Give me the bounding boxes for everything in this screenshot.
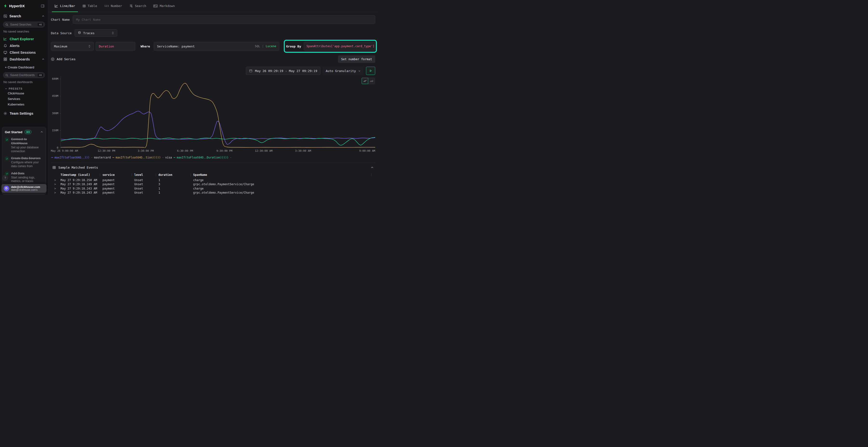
tab-search[interactable]: Search (126, 0, 150, 12)
column-header-service[interactable]: service (102, 173, 130, 176)
granularity-select[interactable]: Auto Granularity (323, 67, 364, 75)
preset-item-kubernetes[interactable]: Kubernetes (0, 102, 48, 107)
where-input[interactable]: ServiceName: payment SQL | Lucene (154, 42, 279, 50)
legend-separator: · (91, 156, 93, 159)
checklist-desc: Set up your database connection (11, 146, 43, 153)
sidebar-section-search[interactable]: Search (0, 9, 48, 19)
sql-toggle[interactable]: SQL (255, 44, 260, 48)
lucene-toggle[interactable]: Lucene (266, 44, 276, 48)
cell-duration: 3 (158, 182, 189, 186)
get-started-header[interactable]: Get Started 3/3 (5, 130, 43, 134)
chart-controls: May 26 09:29:19 - May 27 09:29:19 Auto G… (51, 67, 375, 75)
row-expand-icon[interactable]: > (54, 187, 61, 190)
preset-item-services[interactable]: Services (0, 96, 48, 102)
y-axis-labels: 0150M300M450M600M (51, 76, 61, 148)
y-tick-label: 600M (52, 77, 59, 80)
bar-chart-icon (370, 79, 373, 82)
cell-spanname: charge (193, 178, 370, 182)
get-started-title: Get Started (5, 130, 23, 134)
legend-item[interactable]: —maxIf(toFloat64O..Duration)))))· (174, 156, 232, 159)
logo-row: HyperDX (0, 0, 48, 9)
legend-separator: · (230, 156, 232, 159)
sidebar-collapse-icon[interactable] (41, 4, 44, 8)
kbd-shortcut: ⌘K (37, 23, 43, 27)
app-root: HyperDX Search Saved Searches ⌘K No save… (0, 0, 378, 195)
row-expand-icon[interactable]: > (54, 191, 61, 194)
sidebar-item-alerts[interactable]: Alerts (0, 42, 48, 49)
x-axis-labels: May 26 9:00:00 AM12:30:00 PM3:30:00 PM6:… (61, 149, 375, 153)
collapse-events-icon[interactable] (371, 166, 374, 169)
row-expand-icon[interactable]: > (54, 178, 61, 182)
checklist-item-connect-to-clickhouse[interactable]: Connect to ClickHouseSet up your databas… (5, 137, 43, 153)
date-range-picker[interactable]: May 26 09:29:19 - May 27 09:29:19 (246, 67, 320, 75)
help-button[interactable]: ? (2, 175, 8, 181)
legend-expression: maxIf(toFloat64O..Duration))))) (177, 156, 228, 159)
table-row[interactable]: >May 27 9:29:18.249 AMpaymentUnset3grpc.… (51, 182, 375, 187)
column-header-level[interactable]: level (134, 173, 155, 176)
checklist-item-create-data-sources[interactable]: Create Data SourcesConfigure where your … (5, 156, 43, 168)
table-row[interactable]: >May 27 9:29:18.243 AMpaymentUnset1charg… (51, 186, 375, 191)
create-dashboard-button[interactable]: + Create Dashboard (0, 63, 48, 69)
legend-item[interactable]: —maxIf(toFloat64O..)))·mastercard (51, 156, 111, 159)
row-expand-icon[interactable]: > (54, 182, 61, 186)
bar-chart-toggle[interactable] (368, 78, 375, 84)
chart-name-input[interactable]: My Chart Name (73, 15, 375, 24)
tab-label: Table (88, 4, 97, 8)
column-menu-icon[interactable]: ⋮ (99, 173, 102, 176)
user-menu[interactable]: D dale@clickhouse.com dale@clickhouse.co… (1, 184, 46, 193)
tab-number[interactable]: 123Number (101, 0, 126, 12)
database-icon (78, 31, 81, 35)
cell-service: payment (102, 191, 130, 194)
search-section-title: Search (9, 14, 21, 18)
presets-toggle[interactable]: PRESETS (0, 84, 48, 91)
group-by-input[interactable]: SpanAttributes['app.payment.card_type'] (304, 42, 375, 50)
run-query-button[interactable] (366, 67, 375, 75)
tab-markdown[interactable]: Markdown (150, 0, 178, 12)
saved-dashboards-input[interactable]: Saved Dashboards ⌘K (3, 72, 45, 78)
cell-spanname: grpc.oteldemo.PaymentService/Charge (193, 191, 370, 194)
sidebar-item-dashboards[interactable]: Dashboards (0, 56, 48, 63)
sidebar-item-client-sessions[interactable]: Client Sessions (0, 49, 48, 56)
chart-line-icon (3, 37, 7, 41)
legend-group-label: visa (165, 156, 172, 159)
column-menu-icon[interactable]: ⋮ (370, 173, 375, 176)
data-source-select[interactable]: Traces (75, 29, 117, 37)
tab-line-bar[interactable]: Line/Bar (51, 0, 79, 12)
column-header-spanname[interactable]: SpanName (193, 173, 370, 176)
legend-swatch-icon: — (113, 156, 114, 159)
kbd-shortcut: ⌘K (37, 73, 43, 77)
legend-separator: · (162, 156, 164, 159)
main-panel: Line/BarTable123NumberSearchMarkdown Cha… (48, 0, 378, 195)
column-menu-icon[interactable]: ⋮ (130, 173, 134, 176)
plot-area[interactable] (61, 76, 375, 148)
play-icon (369, 69, 372, 72)
column-menu-icon[interactable]: ⋮ (155, 173, 158, 176)
chevron-up-icon (42, 15, 44, 18)
chart-plot: 0150M300M450M600M (51, 76, 375, 148)
add-series-button[interactable]: Add Series (51, 57, 75, 61)
column-menu-icon[interactable]: ⋮ (189, 173, 193, 176)
legend-swatch-icon: — (174, 156, 175, 159)
line-chart-toggle[interactable] (362, 78, 368, 84)
column-header-duration[interactable]: duration (158, 173, 189, 176)
add-series-label: Add Series (57, 57, 75, 61)
legend-item[interactable]: —maxIf(toFloat64O..tion)))))·visa (113, 156, 172, 159)
column-header-timestamp-local[interactable]: Timestamp (Local) (61, 173, 99, 176)
chevron-down-icon (5, 88, 7, 90)
y-tick-mark (60, 113, 61, 113)
field-input[interactable]: Duration (96, 42, 135, 50)
table-row[interactable]: >May 27 9:29:18.250 AMpaymentUnset1charg… (51, 178, 375, 182)
tab-table[interactable]: Table (79, 0, 100, 12)
calendar-icon (249, 69, 252, 72)
cell-service: payment (102, 187, 130, 190)
sidebar-item-chart-explorer[interactable]: Chart Explorer (0, 36, 48, 42)
checklist-item-add-data[interactable]: Add DataStart sending logs, metrics, or … (5, 171, 43, 183)
set-number-format-button[interactable]: Set number format (338, 56, 375, 63)
events-title: Sample Matched Events (58, 166, 98, 169)
sidebar-item-team-settings[interactable]: Team Settings (0, 107, 48, 118)
aggregation-select[interactable]: Maximum (51, 42, 94, 50)
cell-spanname: grpc.oteldemo.PaymentService/Charge (193, 182, 370, 186)
table-row[interactable]: >May 27 9:29:18.243 AMpaymentUnset1grpc.… (51, 191, 375, 195)
preset-item-clickhouse[interactable]: ClickHouse (0, 91, 48, 96)
saved-searches-input[interactable]: Saved Searches ⌘K (3, 22, 45, 28)
